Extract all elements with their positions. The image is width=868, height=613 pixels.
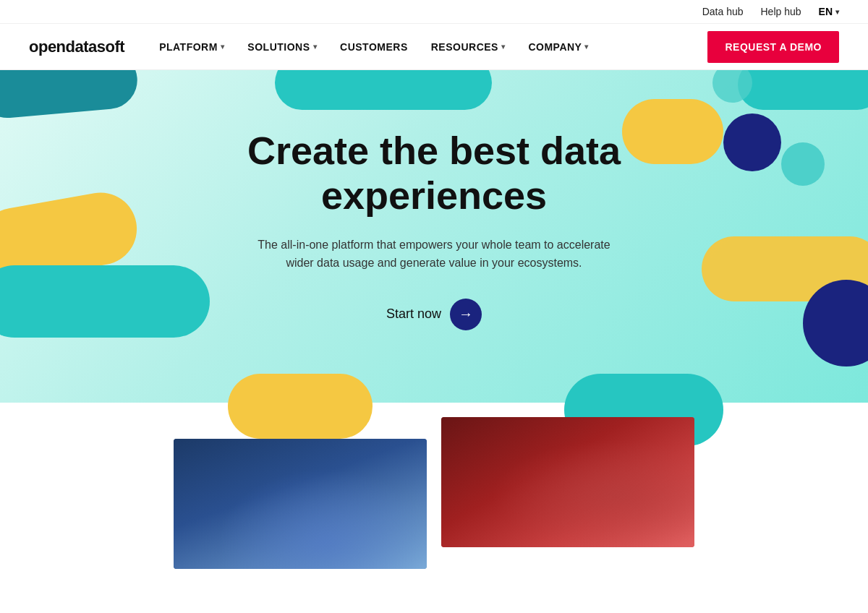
- platform-label: PLATFORM: [159, 41, 218, 53]
- nav-item-solutions[interactable]: SOLUTIONS ▾: [247, 41, 317, 53]
- card-right-wrapper: Provide self-service data in your organi…: [441, 417, 694, 569]
- card-left-wrapper: One platform for all your data experienc…: [174, 417, 427, 569]
- resources-chevron-icon: ▾: [501, 43, 506, 51]
- shape-circle-teal-sm: [781, 142, 825, 186]
- data-hub-link[interactable]: Data hub: [702, 6, 744, 17]
- hero-title: Create the best data experiences: [217, 128, 651, 218]
- language-selector[interactable]: EN ▾: [819, 6, 839, 17]
- help-hub-link[interactable]: Help hub: [761, 6, 801, 17]
- lang-chevron-icon: ▾: [835, 8, 839, 16]
- shape-teal-top-center: [275, 70, 492, 110]
- card-blue-bg: [174, 439, 427, 569]
- nav-item-customers[interactable]: CUSTOMERS: [340, 41, 408, 53]
- card-selfservice[interactable]: Provide self-service data in your organi…: [441, 417, 694, 547]
- logo[interactable]: opendatasoft: [29, 38, 124, 56]
- nav-links: PLATFORM ▾ SOLUTIONS ▾ CUSTOMERS RESOURC…: [159, 41, 707, 53]
- hero-subtitle: The all-in-one platform that empowers yo…: [253, 236, 615, 273]
- card-red-bg: [441, 417, 694, 547]
- company-label: COMPANY: [528, 41, 582, 53]
- nav-item-platform[interactable]: PLATFORM ▾: [159, 41, 224, 53]
- hero-cta-text: Start now: [386, 306, 441, 322]
- resources-label: RESOURCES: [431, 41, 498, 53]
- arrow-symbol: →: [459, 306, 473, 322]
- company-chevron-icon: ▾: [584, 43, 589, 51]
- shape-teal-top-right: [738, 70, 868, 110]
- card-platform[interactable]: One platform for all your data experienc…: [174, 439, 427, 569]
- nav-cta-area: REQUEST A DEMO: [707, 31, 839, 63]
- nav-item-resources[interactable]: RESOURCES ▾: [431, 41, 506, 53]
- platform-chevron-icon: ▾: [221, 43, 225, 51]
- lang-label: EN: [819, 6, 833, 17]
- shape-circle-navy: [723, 113, 781, 171]
- logo-open: open: [29, 38, 66, 56]
- hero-section: Create the best data experiences The all…: [0, 70, 868, 403]
- customers-label: CUSTOMERS: [340, 41, 408, 53]
- main-nav: opendatasoft PLATFORM ▾ SOLUTIONS ▾ CUST…: [0, 24, 868, 70]
- hero-cta[interactable]: Start now →: [386, 299, 482, 330]
- request-demo-button[interactable]: REQUEST A DEMO: [707, 31, 839, 63]
- shape-teal-left-bottom: [0, 265, 210, 338]
- nav-item-company[interactable]: COMPANY ▾: [528, 41, 589, 53]
- logo-bold: datasoft: [66, 38, 125, 56]
- solutions-label: SOLUTIONS: [247, 41, 310, 53]
- card-yellow-decoration-shape: [228, 374, 373, 439]
- shape-yellow-top-right: [622, 99, 723, 164]
- top-bar: Data hub Help hub EN ▾: [0, 0, 868, 24]
- hero-arrow-icon[interactable]: →: [450, 299, 482, 330]
- cards-area: One platform for all your data experienc…: [0, 403, 868, 569]
- bottom-section: One platform for all your data experienc…: [0, 403, 868, 569]
- solutions-chevron-icon: ▾: [313, 43, 318, 51]
- shape-teal-top-left: [0, 70, 140, 120]
